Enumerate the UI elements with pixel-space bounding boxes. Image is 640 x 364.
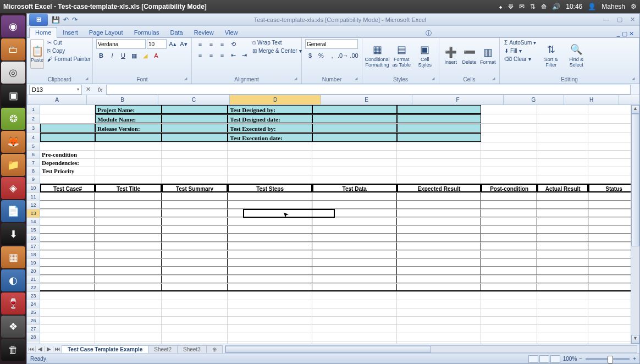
cell-B24[interactable] — [95, 300, 161, 308]
cell-H27[interactable] — [537, 325, 588, 333]
cell-A6[interactable]: Pre-condition — [40, 151, 95, 158]
cell-H11[interactable] — [537, 193, 588, 201]
sheet-nav-prev[interactable]: ◀ — [36, 346, 45, 352]
sheet-nav-next[interactable]: ▶ — [45, 346, 53, 352]
cell-D9[interactable] — [228, 175, 312, 183]
cell-E23[interactable] — [312, 292, 397, 300]
cell-A11[interactable] — [40, 193, 95, 201]
fill-button[interactable]: ⬇ Fill ▾ — [503, 47, 537, 54]
launcher-app7[interactable]: ❖ — [1, 316, 25, 338]
cell-D22[interactable] — [228, 284, 312, 291]
row-header-3[interactable]: 3 — [27, 124, 40, 133]
row-header-9[interactable]: 9 — [27, 175, 40, 183]
cell-E18[interactable] — [312, 251, 397, 258]
cell-E2[interactable] — [312, 114, 397, 123]
cell-G15[interactable] — [481, 226, 537, 234]
cell-C8[interactable] — [162, 167, 228, 175]
cell-D8[interactable] — [228, 167, 312, 175]
cell-F22[interactable] — [397, 284, 482, 291]
fill-color-button[interactable]: ◢ — [140, 51, 150, 60]
cell-D2[interactable]: Test Designed date: — [228, 114, 312, 123]
cell-F20[interactable] — [397, 267, 482, 275]
cell-G26[interactable] — [481, 317, 537, 324]
dropbox-icon[interactable]: ⟱ — [508, 3, 514, 10]
cell-C29[interactable] — [162, 341, 228, 344]
cell-A16[interactable] — [40, 234, 95, 242]
cell-A5[interactable] — [40, 142, 95, 150]
scroll-down-button[interactable]: ▼ — [631, 335, 639, 344]
cell-F28[interactable] — [397, 333, 482, 341]
cell-A29[interactable] — [40, 341, 95, 344]
cell-D1[interactable]: Test Designed by: — [228, 105, 312, 114]
cell-G20[interactable] — [481, 267, 537, 275]
cell-C4[interactable] — [162, 133, 228, 142]
cell-G28[interactable] — [481, 333, 537, 341]
cell-C14[interactable] — [162, 218, 228, 225]
cell-F14[interactable] — [397, 218, 482, 225]
cell-E8[interactable] — [312, 167, 397, 175]
cell-D29[interactable] — [228, 341, 312, 344]
clock[interactable]: 10:46 — [566, 3, 582, 10]
cell-E4[interactable] — [312, 133, 397, 142]
cell-A9[interactable] — [40, 175, 95, 183]
cell-E26[interactable] — [312, 317, 397, 324]
wrap-text-button[interactable]: ⎅ Wrap Text — [251, 39, 303, 46]
sheet-tab-2[interactable]: Sheet2 — [148, 345, 178, 353]
cell-E25[interactable] — [312, 308, 397, 316]
rows-viewport[interactable]: 1Project Name:Test Designed by:2Module N… — [27, 105, 639, 344]
cell-F25[interactable] — [397, 308, 482, 316]
cell-A28[interactable] — [40, 333, 95, 341]
cell-E6[interactable] — [312, 151, 397, 158]
cell-E27[interactable] — [312, 325, 397, 333]
zoom-level[interactable]: 100% — [563, 356, 577, 362]
cell-D28[interactable] — [228, 333, 312, 341]
cell-D19[interactable] — [228, 259, 312, 267]
cell-D24[interactable] — [228, 300, 312, 308]
cell-D17[interactable] — [228, 242, 312, 250]
cell-A27[interactable] — [40, 325, 95, 333]
cell-B26[interactable] — [95, 317, 161, 324]
number-format-select[interactable] — [305, 39, 358, 49]
col-header-G[interactable]: G — [504, 95, 564, 104]
cell-B2[interactable]: Module Name: — [95, 114, 162, 123]
cell-H5[interactable] — [537, 142, 588, 150]
cell-C27[interactable] — [162, 325, 228, 333]
cell-A8[interactable]: Test Priority — [40, 167, 95, 175]
row-header-20[interactable]: 20 — [27, 267, 40, 275]
cell-F4[interactable] — [397, 133, 482, 142]
cell-A19[interactable] — [40, 259, 95, 267]
conditional-formatting-button[interactable]: ▦Conditional Formatting — [366, 39, 389, 72]
cell-E17[interactable] — [312, 242, 397, 250]
font-size-select[interactable] — [147, 39, 167, 49]
redo-icon[interactable]: ↷ — [72, 16, 78, 24]
cell-C16[interactable] — [162, 234, 228, 242]
cell-B22[interactable] — [95, 284, 161, 291]
cell-G19[interactable] — [481, 259, 537, 267]
minimize-button[interactable]: — — [601, 16, 611, 23]
cell-G3[interactable] — [481, 124, 537, 133]
col-header-H[interactable]: H — [564, 95, 619, 104]
row-header-14[interactable]: 14 — [27, 218, 40, 225]
row-header-6[interactable]: 6 — [27, 151, 40, 158]
cell-B14[interactable] — [95, 218, 161, 225]
font-color-button[interactable]: A — [151, 51, 161, 60]
cell-H13[interactable] — [537, 209, 588, 217]
cell-G13[interactable] — [481, 209, 537, 217]
vertical-scrollbar[interactable]: ▲ ▼ — [631, 105, 639, 344]
sheet-nav-last[interactable]: ⏭ — [53, 346, 62, 352]
cell-C26[interactable] — [162, 317, 228, 324]
col-header-F[interactable]: F — [412, 95, 504, 104]
find-select-button[interactable]: 🔍Find & Select — [565, 39, 588, 72]
cell-B23[interactable] — [95, 292, 161, 300]
align-bottom-button[interactable]: ≡ — [217, 39, 227, 49]
launcher-app4[interactable]: ▦ — [1, 246, 25, 268]
cell-H3[interactable] — [537, 124, 588, 133]
row-header-10[interactable]: 10 — [27, 184, 40, 192]
cell-C20[interactable] — [162, 267, 228, 275]
cell-B5[interactable] — [95, 142, 161, 150]
cell-G4[interactable] — [481, 133, 537, 142]
cell-B16[interactable] — [95, 234, 161, 242]
cell-E28[interactable] — [312, 333, 397, 341]
cell-F12[interactable] — [397, 201, 482, 209]
launcher-trash[interactable]: 🗑 — [1, 339, 25, 361]
